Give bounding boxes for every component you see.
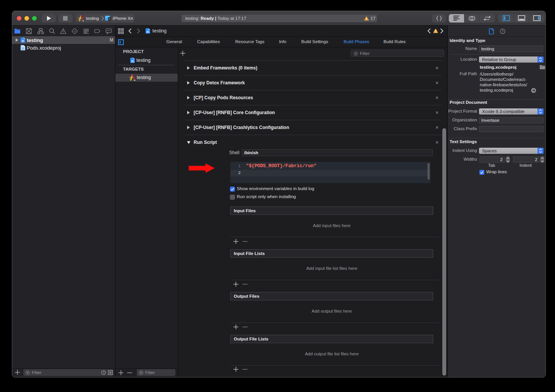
svg-text:?: ?	[502, 29, 503, 33]
